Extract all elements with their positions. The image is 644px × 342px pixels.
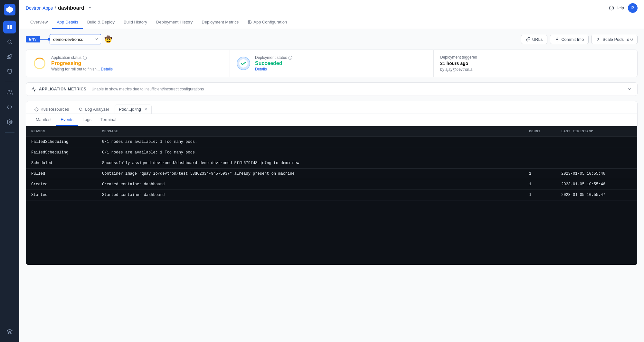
env-icon: 🤠: [104, 35, 112, 43]
sub-tab-logs[interactable]: Logs: [78, 114, 96, 126]
application-status-card: Application status Progressing Waiting f…: [26, 50, 230, 77]
deploy-status-details-link[interactable]: Details: [255, 67, 292, 71]
app-status-label: Application status: [51, 55, 113, 60]
env-label: ENV: [26, 36, 40, 42]
metrics-subtitle: Unable to show metrics due to insufficie…: [91, 87, 204, 91]
env-bar: ENV demo-devtroncd 🤠 URLs: [26, 34, 638, 44]
metrics-header[interactable]: APPLICATION METRICS Unable to show metri…: [26, 83, 637, 96]
urls-button[interactable]: URLs: [521, 35, 548, 44]
table-row: Created Created container dashboard 1 20…: [26, 179, 637, 190]
log-analyzer-label: Log Analyzer: [85, 107, 109, 112]
table-row: FailedScheduling 0/1 nodes are available…: [26, 147, 637, 158]
cell-timestamp: 2023-01-05 10:55:47: [561, 193, 632, 197]
cell-count: 1: [529, 193, 561, 197]
metrics-collapse-icon[interactable]: [627, 87, 632, 92]
app-status-details-link[interactable]: Details: [101, 67, 113, 71]
nav-tabs: Overview App Details Build & Deploy Buil…: [19, 16, 644, 29]
breadcrumb-parent[interactable]: Devtron Apps: [26, 5, 53, 11]
metrics-title-wrap: APPLICATION METRICS Unable to show metri…: [31, 87, 204, 92]
resource-tabs-wrap: K8s Resources Log Analyzer Pod/...jc7ng …: [26, 101, 638, 265]
svg-point-8: [8, 40, 11, 43]
env-select[interactable]: demo-devtroncd: [50, 34, 101, 44]
cell-count: [529, 150, 561, 155]
tab-build-history[interactable]: Build History: [119, 16, 152, 29]
tab-app-configuration[interactable]: App Configuration: [243, 16, 291, 29]
sidebar-item-security[interactable]: [3, 65, 16, 78]
sidebar-item-search[interactable]: [3, 35, 16, 48]
svg-point-10: [8, 90, 10, 92]
deploy-status-value: Succeeded: [255, 60, 292, 66]
col-message: MESSAGE: [102, 129, 529, 133]
table-row: Started Started container dashboard 1 20…: [26, 190, 637, 200]
sidebar-item-rocket[interactable]: [3, 50, 16, 63]
sidebar-item-settings[interactable]: [3, 116, 16, 128]
events-table: REASON MESSAGE COUNT LAST TIMESTAMP Fail…: [26, 126, 637, 265]
sidebar: [0, 0, 19, 342]
scale-pods-button[interactable]: Scale Pods To 0: [591, 35, 638, 44]
cell-message: 0/1 nodes are available: 1 Too many pods…: [102, 140, 529, 144]
app-status-info: Application status Progressing Waiting f…: [51, 55, 113, 71]
col-timestamp: LAST TIMESTAMP: [561, 129, 632, 133]
help-button[interactable]: Help: [609, 5, 624, 11]
tab-deployment-metrics[interactable]: Deployment Metrics: [197, 16, 243, 29]
cell-count: 1: [529, 171, 561, 176]
metrics-title-text: APPLICATION METRICS: [39, 87, 86, 91]
breadcrumb-separator: /: [55, 5, 56, 11]
deploy-status-label: Deployment status: [255, 55, 292, 60]
tab-build-deploy[interactable]: Build & Deploy: [83, 16, 119, 29]
deploy-status-icon-wrap: [236, 56, 251, 70]
cell-timestamp: [561, 140, 632, 144]
tab-overview[interactable]: Overview: [26, 16, 52, 29]
sub-tab-events[interactable]: Events: [56, 114, 78, 126]
deploy-status-info-icon: [288, 56, 292, 60]
urls-label: URLs: [532, 37, 543, 42]
app-logo[interactable]: [4, 4, 15, 15]
resource-tabs: K8s Resources Log Analyzer Pod/...jc7ng …: [26, 101, 637, 114]
table-row: Pulled Container image "quay.io/devtron/…: [26, 169, 637, 179]
k8s-icon: [34, 107, 39, 112]
svg-point-15: [249, 22, 250, 23]
events-table-empty: [26, 200, 637, 265]
breadcrumb-chevron-icon[interactable]: [88, 5, 92, 11]
topbar: Devtron Apps / dashboard Help P: [19, 0, 644, 16]
sidebar-item-layers[interactable]: [3, 325, 16, 338]
svg-rect-4: [7, 25, 9, 27]
sub-tab-manifest[interactable]: Manifest: [31, 114, 56, 126]
breadcrumb-current: dashboard: [58, 5, 84, 11]
events-table-header: REASON MESSAGE COUNT LAST TIMESTAMP: [26, 126, 637, 137]
cell-reason: Pulled: [31, 171, 102, 176]
env-left: ENV demo-devtroncd 🤠: [26, 34, 112, 44]
svg-rect-6: [7, 27, 9, 29]
cell-timestamp: [561, 161, 632, 165]
deployment-triggered-time: 21 hours ago: [440, 61, 631, 66]
app-status-sub: Waiting for roll out to finish... Detail…: [51, 67, 113, 71]
metrics-chart-icon: [31, 87, 36, 92]
tab-deployment-history[interactable]: Deployment History: [152, 16, 197, 29]
svg-point-18: [556, 39, 558, 40]
content-area: ENV demo-devtroncd 🤠 URLs: [19, 29, 644, 342]
tab-log-analyzer[interactable]: Log Analyzer: [74, 105, 113, 114]
user-avatar[interactable]: P: [628, 3, 638, 13]
sidebar-item-code[interactable]: [3, 101, 16, 114]
cell-timestamp: 2023-01-05 10:55:46: [561, 182, 632, 187]
cell-count: [529, 140, 561, 144]
commit-info-label: Commit Info: [561, 37, 584, 42]
main-area: Devtron Apps / dashboard Help P Overview…: [19, 0, 644, 342]
sidebar-item-users[interactable]: [3, 86, 16, 99]
app-status-spinner: [33, 56, 47, 70]
sidebar-divider: [5, 82, 14, 82]
sub-tab-terminal[interactable]: Terminal: [96, 114, 121, 126]
cell-reason: FailedScheduling: [31, 140, 102, 144]
tab-k8s-resources[interactable]: K8s Resources: [30, 105, 73, 114]
commit-info-button[interactable]: Commit Info: [550, 35, 589, 44]
topbar-right: Help P: [609, 3, 638, 13]
env-select-wrap: demo-devtroncd: [50, 34, 101, 44]
svg-point-11: [9, 121, 11, 123]
svg-rect-7: [10, 27, 12, 29]
tab-pod[interactable]: Pod/...jc7ng ✕: [115, 105, 152, 114]
cell-count: 1: [529, 182, 561, 187]
pod-tab-close-icon[interactable]: ✕: [144, 107, 147, 112]
sidebar-item-grid[interactable]: [3, 21, 16, 33]
cell-reason: Created: [31, 182, 102, 187]
tab-app-details[interactable]: App Details: [52, 16, 82, 29]
